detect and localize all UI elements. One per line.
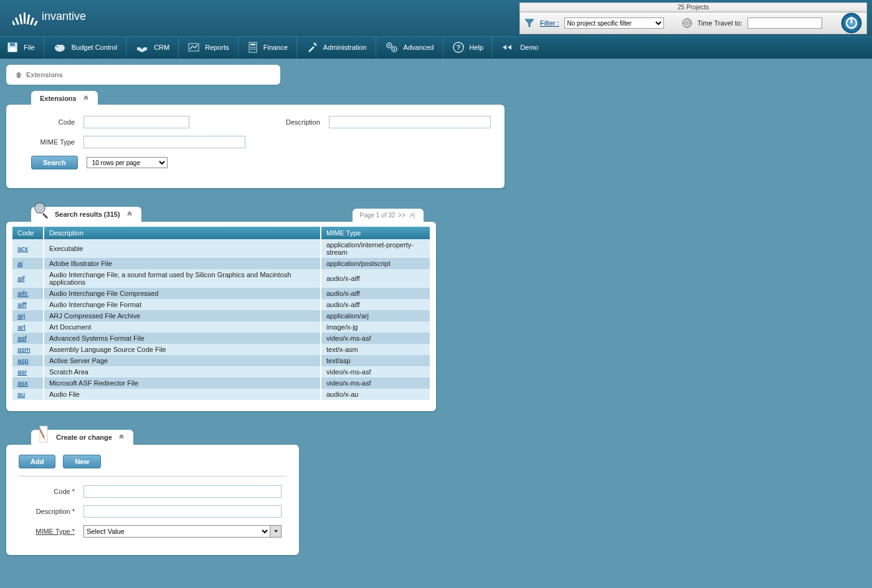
code-link[interactable]: au bbox=[17, 391, 25, 398]
code-link[interactable]: aiff bbox=[17, 301, 26, 308]
last-page[interactable]: >| bbox=[409, 212, 416, 219]
code-link[interactable]: asr bbox=[17, 368, 27, 376]
mime-cell: application/arj bbox=[321, 310, 430, 321]
search-tab[interactable]: Extensions bbox=[31, 91, 98, 106]
dropdown-arrow-icon[interactable] bbox=[270, 525, 282, 538]
code-link[interactable]: aifc bbox=[17, 290, 28, 297]
power-button[interactable] bbox=[840, 12, 863, 34]
table-row: arjARJ Compressed File Archiveapplicatio… bbox=[12, 310, 430, 321]
search-panel: Extensions Code Description MIME Type Se… bbox=[6, 91, 505, 188]
piggy-bank-icon bbox=[53, 41, 67, 54]
mime-cell: audio/x-aiff bbox=[321, 299, 430, 310]
collapse-icon[interactable] bbox=[83, 95, 89, 102]
svg-point-14 bbox=[55, 44, 65, 52]
add-button[interactable]: Add bbox=[19, 455, 55, 468]
tools-icon bbox=[306, 41, 318, 54]
next-page[interactable]: >> bbox=[397, 212, 407, 219]
handshake-icon bbox=[135, 41, 149, 54]
svg-text:?: ? bbox=[456, 44, 460, 51]
menu-advanced[interactable]: Advanced bbox=[376, 36, 443, 59]
menu-help[interactable]: ? Help bbox=[443, 36, 493, 59]
table-row: asfAdvanced Systems Format Filevideo/x-m… bbox=[12, 333, 430, 344]
svg-point-29 bbox=[393, 49, 395, 50]
create-mime-select[interactable]: Select Value bbox=[83, 525, 282, 538]
menu-crm[interactable]: CRM bbox=[126, 36, 178, 59]
save-icon bbox=[6, 41, 19, 54]
menu-reports[interactable]: Reports bbox=[178, 36, 238, 59]
time-travel-input[interactable] bbox=[747, 17, 822, 29]
code-link[interactable]: asf bbox=[17, 334, 27, 342]
pencil-icon bbox=[35, 425, 51, 443]
mime-cell: video/x-ms-asf bbox=[321, 333, 430, 344]
projects-count[interactable]: 25 Projects bbox=[519, 2, 867, 12]
code-link[interactable]: asm bbox=[17, 346, 31, 353]
description-cell: Executable bbox=[44, 239, 321, 258]
code-link[interactable]: arj bbox=[17, 312, 25, 320]
menu-administration[interactable]: Administration bbox=[296, 36, 376, 59]
table-row: asmAssembly Language Source Code Filetex… bbox=[12, 344, 430, 355]
create-tab[interactable]: Create or change bbox=[31, 430, 133, 445]
create-description-input[interactable] bbox=[83, 505, 282, 518]
search-button[interactable]: Search bbox=[31, 156, 78, 169]
filter-bar: Filter : No project specific filter Time… bbox=[519, 12, 867, 34]
svg-rect-4 bbox=[27, 14, 31, 24]
logo-text: invantive bbox=[42, 10, 86, 23]
col-description[interactable]: Description bbox=[44, 227, 321, 239]
mime-cell: image/x-jg bbox=[321, 321, 430, 333]
code-link[interactable]: asx bbox=[17, 379, 28, 387]
results-table: Code Description MIME Type acxExecutable… bbox=[12, 227, 430, 400]
table-row: aiffAudio Interchange File Formataudio/x… bbox=[12, 299, 430, 310]
app-header: invantive 25 Projects Filter : No projec… bbox=[0, 0, 872, 36]
create-code-label: Code * bbox=[19, 488, 75, 495]
svg-point-15 bbox=[57, 46, 58, 47]
mime-cell: application/internet-property-stream bbox=[321, 239, 430, 258]
funnel-icon bbox=[524, 17, 535, 29]
magnifier-icon bbox=[32, 201, 51, 219]
description-cell: Advanced Systems Format File bbox=[44, 333, 321, 344]
create-code-input[interactable] bbox=[83, 485, 282, 498]
description-cell: Audio File bbox=[44, 389, 321, 400]
new-button[interactable]: New bbox=[63, 455, 101, 468]
col-mime[interactable]: MIME Type bbox=[321, 227, 430, 239]
description-cell: Microsoft ASF Redirector File bbox=[44, 377, 321, 389]
code-link[interactable]: asp bbox=[17, 357, 29, 364]
menu-finance[interactable]: Finance bbox=[238, 36, 296, 59]
svg-rect-12 bbox=[10, 43, 15, 46]
home-icon bbox=[15, 71, 22, 78]
svg-point-21 bbox=[252, 47, 254, 48]
mime-cell: application/postscript bbox=[321, 258, 430, 269]
code-link[interactable]: art bbox=[17, 323, 26, 331]
menu-file[interactable]: File bbox=[2, 36, 44, 59]
col-code[interactable]: Code bbox=[12, 227, 44, 239]
filter-link[interactable]: Filter : bbox=[540, 19, 559, 27]
table-row: aspActive Server Pagetext/asp bbox=[12, 355, 430, 366]
collapse-icon[interactable] bbox=[118, 434, 125, 440]
mime-cell: audio/x-aiff bbox=[321, 269, 430, 288]
mime-cell: video/x-ms-asf bbox=[321, 366, 430, 377]
code-link[interactable]: ai bbox=[17, 260, 23, 267]
globe-icon bbox=[681, 17, 693, 29]
table-row: asrScratch Areavideo/x-ms-asf bbox=[12, 366, 430, 377]
mime-cell: audio/x-au bbox=[321, 389, 430, 400]
mime-cell: video/x-ms-asf bbox=[321, 377, 430, 389]
breadcrumb-text: Extensions bbox=[26, 71, 63, 78]
results-tab[interactable]: Search results (315) bbox=[31, 207, 141, 222]
table-row: aifcAudio Interchange File Compressedaud… bbox=[12, 288, 430, 299]
gears-icon bbox=[385, 41, 399, 54]
description-cell: Art Document bbox=[44, 321, 321, 333]
code-link[interactable]: acx bbox=[17, 245, 28, 252]
description-input[interactable] bbox=[329, 116, 491, 128]
menu-budget-control[interactable]: Budget Control bbox=[44, 36, 126, 59]
code-input[interactable] bbox=[83, 116, 189, 128]
rows-per-page-select[interactable]: 10 rows per page bbox=[87, 157, 168, 168]
mime-input[interactable] bbox=[83, 136, 245, 148]
time-travel-label: Time Travel to: bbox=[698, 19, 742, 27]
mime-cell: audio/x-aiff bbox=[321, 288, 430, 299]
description-label: Description bbox=[264, 118, 320, 126]
filter-select[interactable]: No project specific filter bbox=[564, 17, 664, 29]
collapse-icon[interactable] bbox=[126, 211, 133, 217]
menu-demo[interactable]: Demo bbox=[492, 36, 547, 59]
pagination: Page 1 of 32 >> >| bbox=[353, 209, 424, 222]
code-link[interactable]: aif bbox=[17, 275, 25, 282]
svg-rect-1 bbox=[15, 17, 19, 25]
